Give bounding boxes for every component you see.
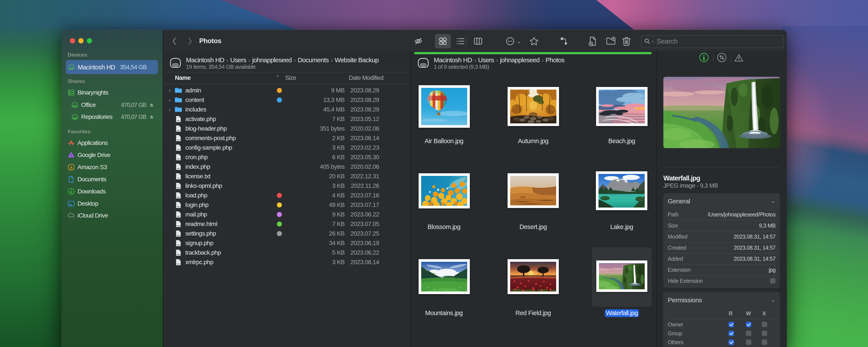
svg-text:a: a bbox=[70, 165, 72, 169]
svg-text:PHP: PHP bbox=[177, 234, 180, 236]
svg-text:PHP: PHP bbox=[177, 215, 180, 217]
svg-text:TXT: TXT bbox=[177, 177, 180, 179]
svg-text:PHP: PHP bbox=[177, 149, 180, 151]
svg-text:PHP: PHP bbox=[177, 129, 180, 131]
svg-text:PHP: PHP bbox=[177, 139, 180, 141]
svg-text:PHP: PHP bbox=[177, 206, 180, 208]
svg-text:PHP: PHP bbox=[177, 244, 180, 246]
svg-text:HTML: HTML bbox=[176, 225, 181, 227]
svg-text:PHP: PHP bbox=[177, 196, 180, 198]
svg-text:PHP: PHP bbox=[177, 158, 180, 160]
svg-text:PHP: PHP bbox=[177, 254, 180, 255]
svg-text:PHP: PHP bbox=[177, 187, 180, 189]
svg-text:PHP: PHP bbox=[177, 120, 180, 122]
svg-text:PHP: PHP bbox=[177, 168, 180, 169]
svg-text:PHP: PHP bbox=[177, 263, 180, 265]
